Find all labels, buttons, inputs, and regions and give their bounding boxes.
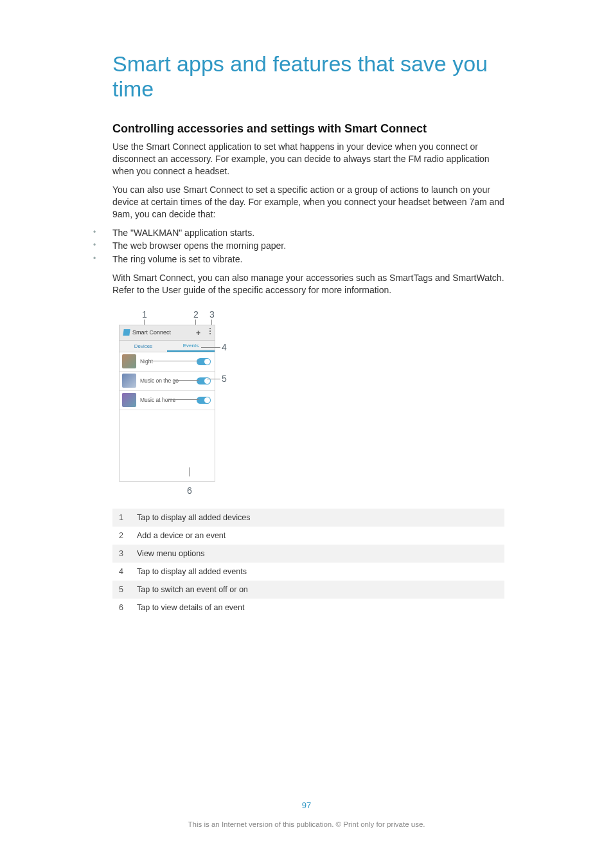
legend-row: 2 Add a device or an event bbox=[112, 527, 504, 545]
event-label: Music on the go bbox=[140, 377, 179, 384]
legend-table: 1 Tap to display all added devices 2 Add… bbox=[112, 509, 504, 617]
bullet-list: The "WALKMAN" application starts. The we… bbox=[112, 227, 504, 266]
toggle-switch[interactable] bbox=[197, 397, 211, 404]
legend-row: 1 Tap to display all added devices bbox=[112, 509, 504, 527]
legend-row: 4 Tap to display all added events bbox=[112, 563, 504, 581]
page-number: 97 bbox=[0, 800, 613, 810]
callout-1: 1 bbox=[142, 309, 147, 320]
legend-text: Tap to display all added events bbox=[137, 567, 247, 576]
event-row[interactable]: Music on the go bbox=[120, 372, 215, 391]
event-label: Music at home bbox=[140, 397, 175, 403]
event-row[interactable]: Music at home bbox=[120, 391, 215, 410]
app-logo-icon bbox=[123, 329, 130, 336]
legend-text: View menu options bbox=[137, 549, 204, 558]
legend-num: 5 bbox=[119, 585, 137, 594]
callout-2: 2 bbox=[193, 309, 199, 320]
phone-mockup: Smart Connect + Devices Events Night Mus… bbox=[119, 325, 215, 482]
legend-num: 2 bbox=[119, 531, 137, 540]
paragraph-3: With Smart Connect, you can also manage … bbox=[112, 272, 504, 296]
page-title: Smart apps and features that save you ti… bbox=[112, 51, 504, 102]
legend-row: 6 Tap to view details of an event bbox=[112, 599, 504, 617]
legend-row: 5 Tap to switch an event off or on bbox=[112, 581, 504, 599]
toggle-switch[interactable] bbox=[197, 358, 211, 365]
callout-6: 6 bbox=[186, 485, 193, 496]
paragraph-1: Use the Smart Connect application to set… bbox=[112, 141, 504, 177]
event-thumb bbox=[122, 354, 136, 368]
bullet-item: The "WALKMAN" application starts. bbox=[102, 227, 504, 239]
bullet-text: The web browser opens the morning paper. bbox=[112, 240, 286, 251]
callout-4: 4 bbox=[222, 342, 227, 352]
legend-row: 3 View menu options bbox=[112, 545, 504, 563]
legend-text: Tap to view details of an event bbox=[137, 603, 244, 612]
bullet-text: The ring volume is set to vibrate. bbox=[112, 254, 242, 264]
bullet-item: The web browser opens the morning paper. bbox=[102, 240, 504, 252]
bullet-item: The ring volume is set to vibrate. bbox=[102, 253, 504, 266]
add-icon[interactable]: + bbox=[196, 329, 200, 338]
app-title: Smart Connect bbox=[132, 329, 171, 336]
legend-text: Tap to switch an event off or on bbox=[137, 585, 248, 594]
phone-header: Smart Connect + bbox=[120, 325, 215, 341]
figure-smart-connect: 1 2 3 Smart Connect + Devices Events Nig… bbox=[119, 309, 228, 496]
tab-devices[interactable]: Devices bbox=[120, 341, 167, 352]
paragraph-2: You can also use Smart Connect to set a … bbox=[112, 184, 504, 221]
footer-note: This is an Internet version of this publ… bbox=[0, 820, 613, 828]
event-row[interactable]: Night bbox=[120, 352, 215, 372]
callout-3: 3 bbox=[209, 309, 215, 320]
bullet-text: The "WALKMAN" application starts. bbox=[112, 228, 254, 238]
callout-5: 5 bbox=[222, 374, 227, 384]
tab-events[interactable]: Events bbox=[167, 341, 215, 352]
event-thumb bbox=[122, 393, 136, 407]
legend-text: Add a device or an event bbox=[137, 531, 226, 540]
legend-num: 1 bbox=[119, 513, 137, 522]
legend-num: 4 bbox=[119, 567, 137, 576]
event-thumb bbox=[122, 374, 136, 388]
event-label: Night bbox=[140, 358, 153, 365]
menu-icon[interactable] bbox=[209, 328, 211, 335]
legend-num: 6 bbox=[119, 603, 137, 612]
section-heading: Controlling accessories and settings wit… bbox=[112, 122, 504, 136]
legend-text: Tap to display all added devices bbox=[137, 513, 251, 522]
legend-num: 3 bbox=[119, 549, 137, 558]
